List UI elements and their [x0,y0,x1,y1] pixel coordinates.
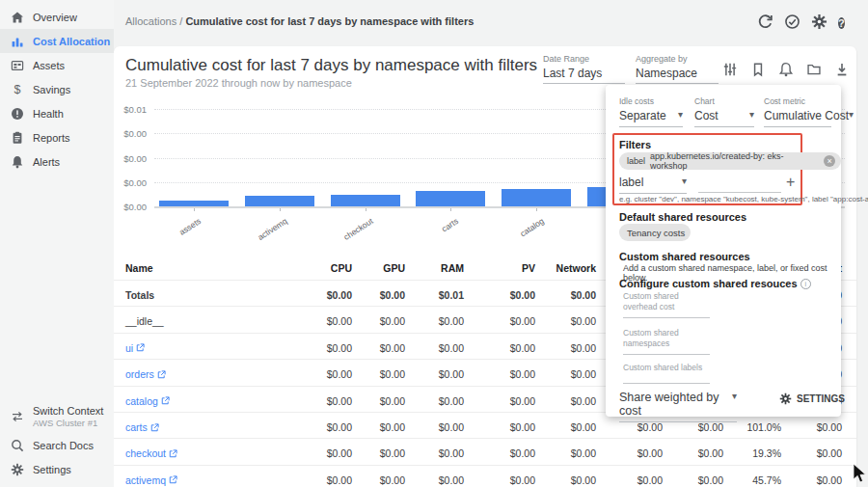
external-link-icon [150,423,159,432]
namespace-link-checkout[interactable]: checkout [125,447,177,459]
refresh-icon[interactable] [757,14,773,30]
table-cell: $0.00 [510,315,535,327]
column-header-cpu[interactable]: CPU [331,262,352,274]
column-header-name[interactable]: Name [125,262,153,274]
assets-icon [11,59,24,72]
svg-text:$: $ [14,83,21,96]
table-cell: $0.00 [327,368,352,380]
custom-namespaces-input[interactable] [623,354,710,355]
kubecost-app: Allocations / Cumulative cost for last 7… [0,0,868,487]
column-header-gpu[interactable]: GPU [383,262,405,274]
share-weighted-value[interactable]: Share weighted by cost [619,391,732,418]
name-cell[interactable]: activemq [125,474,177,486]
name-cell[interactable]: ui [125,342,145,354]
table-cell: $0.00 [510,447,535,459]
custom-namespaces-field[interactable]: Custom shared namespaces [623,328,698,355]
aggregate-by-select[interactable]: Aggregate by Namespace [636,54,719,84]
namespace-link-activemq[interactable]: activemq [125,474,177,486]
breadcrumb-allocations-link[interactable]: Allocations [125,15,176,27]
cost-metric-select[interactable]: Cost metric Cumulative Cost▾ [764,96,831,127]
namespace-link-carts[interactable]: carts [125,421,159,433]
custom-overhead-label: Custom shared overhead cost [623,291,698,311]
bar-chart-icon [11,35,24,48]
custom-labels-input[interactable] [623,383,710,384]
aggregate-by-value[interactable]: Namespace [636,67,719,84]
bookmark-icon[interactable] [750,62,766,77]
idle-costs-select[interactable]: Idle costs Separate▾ [619,96,683,127]
sidebar-item-alerts[interactable]: Alerts [0,149,114,174]
sidebar-item-cost-allocation[interactable]: Cost Allocation [0,29,114,53]
custom-overhead-input[interactable] [623,317,710,318]
remove-filter-icon[interactable]: × [824,155,835,167]
table-cell: $0.00 [327,315,352,327]
date-range-select[interactable]: Date Range Last 7 days [543,54,625,84]
name-cell[interactable]: catalog [125,395,170,407]
download-icon[interactable] [834,62,850,77]
name-cell[interactable]: checkout [125,447,177,459]
table-cell: $0.00 [510,368,535,380]
column-header-pv[interactable]: PV [522,262,535,274]
sidebar-item-savings[interactable]: $Savings [0,77,114,101]
table-cell: $0.00 [571,474,596,486]
help-icon[interactable]: ? [838,14,854,30]
info-icon[interactable]: i [800,279,811,289]
column-header-ram[interactable]: RAM [441,262,464,274]
table-cell: $0.00 [510,421,535,433]
namespace-link-catalog[interactable]: catalog [125,395,170,407]
sidebar-footer-switch-context[interactable]: Switch ContextAWS Cluster #1 [0,405,114,428]
name-cell[interactable]: orders [125,368,166,380]
idle-costs-value[interactable]: Separate [619,109,666,122]
bar-catalog [502,189,571,206]
table-cell: $0.00 [571,421,596,433]
table-cell: $0.00 [439,395,464,407]
folder-icon[interactable] [806,62,822,77]
namespace-link-orders[interactable]: orders [125,368,166,380]
table-cell: $0.00 [817,421,842,433]
tune-icon[interactable] [722,62,738,77]
external-link-icon [136,343,145,352]
gear-icon[interactable] [811,14,827,30]
custom-labels-field[interactable]: Custom shared labels [623,363,729,384]
sidebar: OverviewCost AllocationAssets$SavingsHea… [0,0,114,487]
sidebar-item-reports[interactable]: Reports [0,125,114,149]
date-range-value[interactable]: Last 7 days [543,67,625,84]
sidebar-footer-search-docs[interactable]: Search Docs [0,439,114,452]
table-cell: $0.00 [380,421,405,433]
chart-type-value[interactable]: Cost [694,109,719,122]
share-weighted-select[interactable]: Share weighted by cost▾ [619,391,737,422]
sidebar-item-overview[interactable]: Overview [0,5,114,29]
custom-overhead-field[interactable]: Custom shared overhead cost [623,291,698,318]
report-toolbar [722,62,850,77]
table-cell: $0.00 [439,474,464,486]
filter-type-value[interactable]: label [619,176,643,189]
filter-value-input[interactable] [698,178,781,193]
chevron-down-icon: ▾ [682,176,687,189]
filter-type-select[interactable]: label▾ [619,176,687,194]
check-circle-icon[interactable] [784,14,800,30]
tenancy-costs-chip[interactable]: Tenancy costs [619,224,691,241]
column-header-network[interactable]: Network [556,262,596,274]
table-cell: 101.0% [746,421,781,433]
filter-chip[interactable]: label app.kubernetes.io/created-by: eks-… [619,152,841,170]
table-cell: $0.00 [327,342,352,354]
chart-type-select[interactable]: Chart Cost▾ [694,96,754,127]
table-cell: $0.00 [327,395,352,407]
add-filter-button[interactable]: + [786,174,795,191]
table-cell: $0.00 [439,421,464,433]
table-cell: $0.00 [698,447,723,459]
sidebar-footer-label: Search Docs [33,440,94,451]
settings-button[interactable]: SETTINGS [779,392,845,405]
bell-icon[interactable] [778,62,794,77]
chevron-down-icon: ▾ [749,109,754,122]
name-cell[interactable]: carts [125,421,159,433]
namespace-link-ui[interactable]: ui [125,342,145,354]
breadcrumb-page-title: Cumulative cost for last 7 days by names… [185,15,474,27]
sidebar-item-assets[interactable]: Assets [0,53,114,77]
cost-metric-value[interactable]: Cumulative Cost [764,109,849,122]
date-range-label: Date Range [543,54,625,64]
sidebar-item-health[interactable]: Health [0,101,114,125]
table-cell: $0.00 [439,315,464,327]
table-cell: $0.01 [439,289,464,301]
sidebar-footer-label: Switch Context [33,405,103,417]
sidebar-footer-settings[interactable]: Settings [0,463,114,476]
